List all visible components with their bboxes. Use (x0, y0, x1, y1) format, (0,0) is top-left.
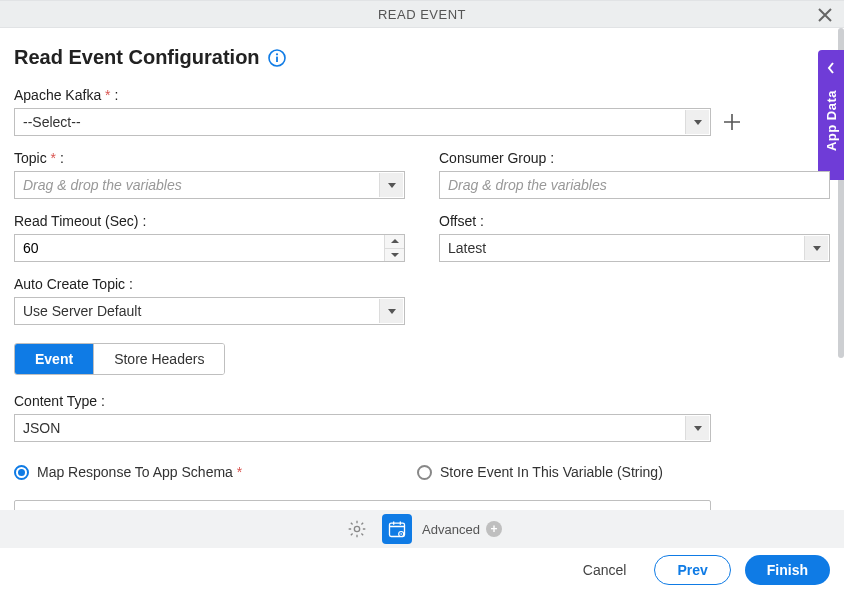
content-type-label: Content Type : (14, 393, 711, 409)
content-type-select[interactable]: JSON (14, 414, 711, 442)
prev-button[interactable]: Prev (654, 555, 730, 585)
auto-create-select[interactable]: Use Server Default (14, 297, 405, 325)
kafka-colon: : (114, 87, 118, 103)
settings-button[interactable] (342, 514, 372, 544)
chevron-down-icon (379, 299, 403, 323)
topic-placeholder: Drag & drop the variables (23, 172, 376, 198)
step-up-button[interactable] (385, 235, 404, 249)
offset-field: Offset : Latest (439, 213, 830, 262)
topic-required: * (51, 150, 56, 166)
plus-circle-icon: + (486, 521, 502, 537)
footer: Cancel Prev Finish (0, 548, 844, 592)
chevron-down-icon (804, 236, 828, 260)
offset-label: Offset : (439, 213, 830, 229)
dialog-title: READ EVENT (378, 7, 466, 22)
info-button[interactable] (268, 49, 286, 67)
advanced-toggle[interactable]: Advanced + (422, 521, 502, 537)
topic-label: Topic * : (14, 150, 405, 166)
consumer-group-label: Consumer Group : (439, 150, 830, 166)
offset-select[interactable]: Latest (439, 234, 830, 262)
event-preview-button[interactable] (382, 514, 412, 544)
radio-store-variable-label: Store Event In This Variable (String) (440, 464, 663, 480)
kafka-value: --Select-- (23, 109, 682, 135)
bottom-toolbar: Advanced + (0, 510, 844, 548)
kafka-required: * (105, 87, 110, 103)
close-icon (818, 8, 832, 22)
auto-create-value: Use Server Default (23, 298, 376, 324)
content-type-value: JSON (23, 415, 682, 441)
tabs: Event Store Headers (14, 343, 225, 375)
info-icon (268, 49, 286, 67)
dialog-header: READ EVENT (0, 0, 844, 28)
calendar-eye-icon (387, 519, 407, 539)
offset-value: Latest (448, 235, 801, 261)
plus-icon (723, 113, 741, 131)
topic-colon: : (60, 150, 64, 166)
tab-event[interactable]: Event (15, 344, 93, 374)
close-button[interactable] (814, 4, 836, 26)
radio-unchecked-icon (417, 465, 432, 480)
consumer-group-placeholder: Drag & drop the variables (448, 172, 821, 198)
topic-label-text: Topic (14, 150, 47, 166)
page-title: Read Event Configuration (14, 46, 260, 69)
radio-map-schema-label: Map Response To App Schema * (37, 464, 242, 480)
spinner-buttons (384, 235, 404, 261)
consumer-group-field: Consumer Group : Drag & drop the variabl… (439, 150, 830, 199)
read-timeout-stepper[interactable] (14, 234, 405, 262)
radio-map-schema-req: * (237, 464, 242, 480)
kafka-label-text: Apache Kafka (14, 87, 101, 103)
consumer-group-input[interactable]: Drag & drop the variables (439, 171, 830, 199)
content-area: Read Event Configuration Apache Kafka * … (0, 28, 844, 510)
read-timeout-label: Read Timeout (Sec) : (14, 213, 405, 229)
svg-point-3 (354, 526, 359, 531)
auto-create-field: Auto Create Topic : Use Server Default (14, 276, 405, 325)
radio-map-schema-text: Map Response To App Schema (37, 464, 233, 480)
kafka-select[interactable]: --Select-- (14, 108, 711, 136)
cancel-button[interactable]: Cancel (569, 556, 641, 584)
kafka-label: Apache Kafka * : (14, 87, 830, 103)
topic-field: Topic * : Drag & drop the variables (14, 150, 405, 199)
radio-store-variable[interactable]: Store Event In This Variable (String) (417, 464, 830, 480)
schema-area[interactable] (14, 500, 711, 510)
radio-checked-icon (14, 465, 29, 480)
chevron-down-icon (379, 173, 403, 197)
read-timeout-field: Read Timeout (Sec) : (14, 213, 405, 262)
step-down-button[interactable] (385, 249, 404, 262)
add-kafka-button[interactable] (721, 111, 743, 133)
svg-point-6 (400, 533, 402, 535)
svg-rect-2 (276, 56, 278, 61)
advanced-label: Advanced (422, 522, 480, 537)
read-timeout-input[interactable] (14, 234, 405, 262)
chevron-down-icon (685, 416, 709, 440)
tab-store-headers[interactable]: Store Headers (93, 344, 224, 374)
finish-button[interactable]: Finish (745, 555, 830, 585)
gear-icon (347, 519, 367, 539)
svg-point-1 (275, 53, 277, 55)
auto-create-label: Auto Create Topic : (14, 276, 405, 292)
topic-input[interactable]: Drag & drop the variables (14, 171, 405, 199)
title-row: Read Event Configuration (14, 46, 830, 69)
chevron-down-icon (685, 110, 709, 134)
radio-map-schema[interactable]: Map Response To App Schema * (14, 464, 405, 480)
